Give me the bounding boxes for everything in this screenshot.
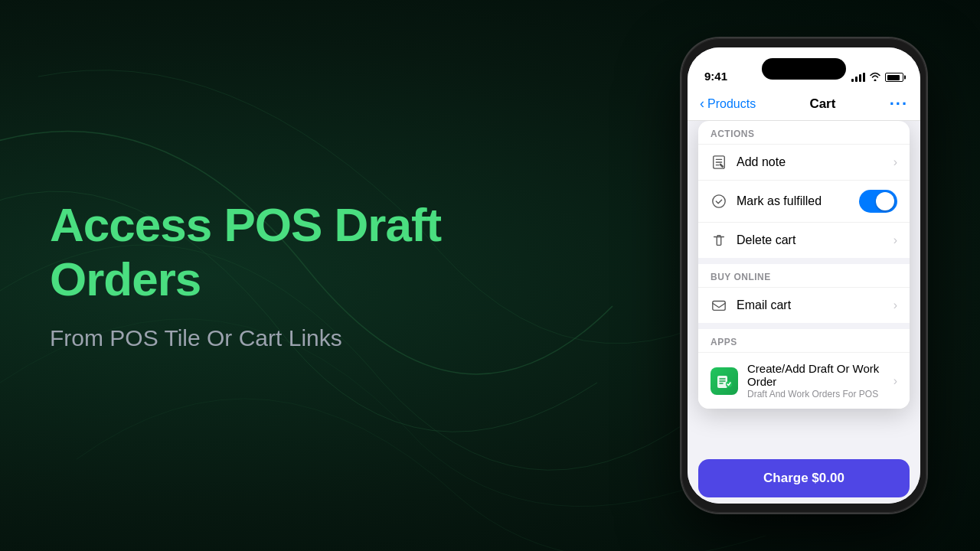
mark-fulfilled-label: Mark as fulfilled — [737, 194, 850, 208]
delete-cart-label: Delete cart — [737, 233, 884, 247]
svg-rect-5 — [713, 302, 725, 311]
email-cart-label: Email cart — [737, 298, 884, 312]
draft-work-order-item[interactable]: Create/Add Draft Or Work Order Draft And… — [698, 352, 910, 409]
email-cart-chevron: › — [893, 298, 897, 312]
app-item-chevron: › — [893, 374, 897, 388]
delete-cart-chevron: › — [893, 233, 897, 247]
email-cart-item[interactable]: Email cart › — [698, 287, 910, 323]
check-circle-icon — [710, 193, 727, 210]
phone-shell: 9:41 — [681, 38, 926, 513]
wifi-icon — [869, 72, 881, 83]
apps-section-header: APPS — [698, 329, 910, 352]
section-divider-2 — [698, 323, 910, 329]
trash-icon — [710, 232, 727, 249]
delete-cart-item[interactable]: Delete cart › — [698, 222, 910, 258]
charge-button-label: Charge $0.00 — [763, 471, 844, 486]
app-icon — [710, 367, 738, 395]
svg-point-4 — [713, 195, 725, 207]
phone-screen: 9:41 — [688, 47, 920, 504]
status-icons — [851, 72, 903, 83]
add-note-item[interactable]: Add note › — [698, 144, 910, 180]
phone-mockup: 9:41 — [681, 38, 926, 513]
buy-online-section-header: BUY ONLINE — [698, 264, 910, 287]
add-note-chevron: › — [893, 155, 897, 169]
main-heading: Access POS Draft Orders — [50, 197, 570, 307]
actions-section-header: ACTIONS — [698, 121, 910, 144]
app-item-subtitle: Draft And Work Orders For POS — [747, 389, 884, 399]
nav-back-button[interactable]: ‹ Products — [700, 96, 756, 112]
mark-fulfilled-toggle[interactable] — [859, 190, 897, 213]
section-divider-1 — [698, 258, 910, 264]
dropdown-menu: ACTIONS Add note › — [698, 121, 910, 409]
left-content: Access POS Draft Orders From POS Tile Or… — [50, 197, 570, 354]
sub-heading: From POS Tile Or Cart Links — [50, 321, 570, 354]
note-icon — [710, 154, 727, 171]
dynamic-island — [762, 58, 846, 80]
nav-title: Cart — [809, 96, 835, 112]
status-time: 9:41 — [704, 70, 727, 83]
svg-rect-6 — [717, 376, 727, 388]
email-icon — [710, 297, 727, 314]
charge-button[interactable]: Charge $0.00 — [698, 459, 910, 497]
battery-icon — [885, 73, 903, 82]
nav-back-label: Products — [707, 97, 756, 111]
add-note-label: Add note — [737, 155, 884, 169]
signal-icon — [851, 73, 865, 82]
nav-more-button[interactable]: ··· — [890, 96, 908, 112]
app-item-title: Create/Add Draft Or Work Order — [747, 362, 884, 388]
mark-fulfilled-item[interactable]: Mark as fulfilled — [698, 180, 910, 222]
back-chevron-icon: ‹ — [700, 96, 704, 112]
nav-bar: ‹ Products Cart ··· — [688, 87, 920, 121]
